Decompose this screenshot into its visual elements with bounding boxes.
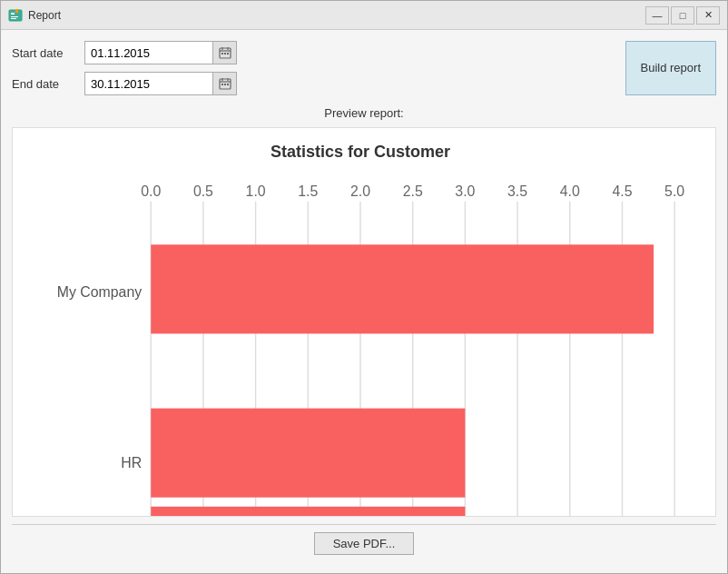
end-date-input-wrapper <box>84 72 237 95</box>
minimize-button[interactable]: — <box>645 6 669 25</box>
svg-text:0.0: 0.0 <box>141 183 161 199</box>
svg-text:4.0: 4.0 <box>560 183 580 199</box>
start-date-calendar-button[interactable] <box>212 42 236 64</box>
preview-label: Preview report: <box>12 106 716 120</box>
svg-text:3.5: 3.5 <box>507 183 527 199</box>
svg-text:2.0: 2.0 <box>350 183 370 199</box>
maximize-button[interactable]: □ <box>671 6 694 25</box>
main-window: Report — □ ✕ Start date <box>0 0 728 574</box>
svg-text:3.0: 3.0 <box>455 183 475 199</box>
svg-text:My Company: My Company <box>57 284 142 300</box>
svg-rect-10 <box>227 53 229 54</box>
close-button[interactable]: ✕ <box>696 6 720 25</box>
calendar-icon <box>219 46 231 59</box>
end-date-label: End date <box>12 77 77 91</box>
window-title: Report <box>28 9 645 22</box>
window-controls: — □ ✕ <box>645 6 720 25</box>
svg-text:5.0: 5.0 <box>664 183 684 199</box>
svg-rect-3 <box>11 18 16 19</box>
svg-rect-17 <box>227 84 229 85</box>
bar-my-company <box>151 244 654 333</box>
end-date-row: End date <box>12 72 611 95</box>
form-area: Start date <box>12 41 611 95</box>
content-area: Start date <box>1 30 727 573</box>
chart-title: Statistics for Customer <box>20 143 701 162</box>
start-date-input-wrapper <box>84 41 237 64</box>
save-pdf-button[interactable]: Save PDF... <box>314 532 415 555</box>
svg-text:1.5: 1.5 <box>298 183 318 199</box>
chart-svg: 0.0 0.5 1.0 1.5 2.0 2.5 3.0 3.5 4.0 4.5 … <box>20 173 701 516</box>
svg-text:1.0: 1.0 <box>246 183 266 199</box>
chart-container: Statistics for Customer 0.0 0.5 1.0 1.5 … <box>12 127 716 517</box>
end-date-calendar-button[interactable] <box>212 73 236 94</box>
svg-text:HR: HR <box>121 455 142 470</box>
top-row: Start date <box>12 41 716 95</box>
bar-hr <box>151 409 465 498</box>
svg-rect-8 <box>221 53 223 54</box>
svg-text:2.5: 2.5 <box>403 183 423 199</box>
svg-rect-16 <box>224 84 226 85</box>
calendar-icon <box>219 77 231 90</box>
title-bar: Report — □ ✕ <box>1 1 727 30</box>
bottom-bar: Save PDF... <box>12 524 716 562</box>
bar-hr-2 <box>151 507 465 516</box>
build-report-button[interactable]: Build report <box>625 41 716 95</box>
start-date-row: Start date <box>12 41 611 64</box>
svg-rect-15 <box>221 84 223 85</box>
svg-text:0.5: 0.5 <box>193 183 213 199</box>
start-date-input[interactable] <box>85 45 212 62</box>
svg-rect-1 <box>11 13 15 15</box>
svg-rect-9 <box>224 53 226 54</box>
chart-scroll[interactable]: Statistics for Customer 0.0 0.5 1.0 1.5 … <box>13 128 715 516</box>
svg-rect-2 <box>11 16 18 17</box>
svg-text:4.5: 4.5 <box>612 183 632 199</box>
start-date-label: Start date <box>12 46 77 60</box>
app-icon <box>8 8 23 23</box>
end-date-input[interactable] <box>85 75 212 93</box>
bar-chart-svg: 0.0 0.5 1.0 1.5 2.0 2.5 3.0 3.5 4.0 4.5 … <box>20 173 701 516</box>
